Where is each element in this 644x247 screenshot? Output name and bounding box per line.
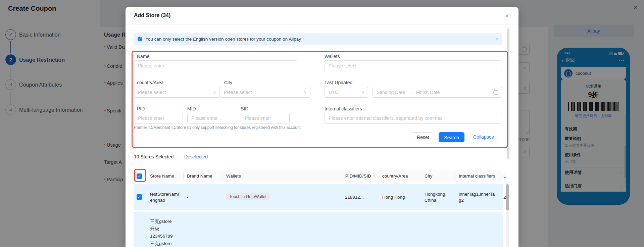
pid-helper-text: Partner ID/Merchant ID/Store ID only sup… bbox=[134, 125, 301, 130]
col-country-area: country/Area bbox=[382, 170, 408, 182]
cell-internal: innerTag1,innerTag2 bbox=[459, 191, 496, 203]
chevron-down-icon: ∨ bbox=[213, 90, 216, 94]
timezone-select[interactable]: UTC ∨ bbox=[325, 87, 368, 98]
col-internal-classifiers: Internal classifiers bbox=[459, 170, 495, 182]
chevron-down-icon: ∨ bbox=[361, 90, 364, 94]
column-separator bbox=[183, 173, 184, 179]
collapse-link[interactable]: Collapse∧ bbox=[473, 134, 495, 140]
pid-input[interactable] bbox=[134, 113, 183, 124]
column-separator bbox=[222, 173, 223, 179]
sid-label: SID bbox=[241, 106, 248, 111]
modal-scrollbar-thumb[interactable] bbox=[507, 29, 509, 159]
column-separator bbox=[421, 173, 421, 179]
wallet-tag: Touch 'n Go eWallet bbox=[226, 193, 269, 200]
table-row[interactable]: ✓ testStoreNamFenghao - Touch 'n Go eWal… bbox=[134, 184, 503, 210]
cell-country: Hong Kong bbox=[382, 194, 405, 200]
last-updated-label: Last Updated bbox=[325, 80, 352, 85]
date-end-placeholder: Finish Date bbox=[416, 90, 440, 95]
cell-store-name: testStoreNamFenghao bbox=[150, 191, 182, 203]
col-store-name: Store Name bbox=[150, 170, 174, 182]
city-select[interactable]: Please select ∨ bbox=[220, 87, 310, 98]
arrow-right-icon: → bbox=[408, 90, 413, 95]
name-label: Name bbox=[137, 54, 149, 59]
stage: Create Coupon ✓ Basic Information 2 Usag… bbox=[0, 0, 644, 247]
row-checkbox[interactable]: ✓ bbox=[137, 194, 142, 200]
cell-pid: 218812... bbox=[322, 194, 371, 200]
pid-label: PID bbox=[137, 106, 145, 111]
column-separator bbox=[147, 173, 147, 179]
add-store-modal: Add Store (34) × i You can only select t… bbox=[126, 7, 518, 247]
table-row[interactable]: 三克gstore 升级 123456789 三克gstore bbox=[134, 212, 503, 247]
country-select[interactable]: Please select ∨ bbox=[134, 87, 220, 98]
col-brand-name: Brand Name bbox=[187, 170, 212, 182]
country-label: country/Area bbox=[137, 80, 163, 85]
select-all-checkbox[interactable]: ✓ bbox=[137, 174, 142, 179]
selected-count: 10 Stores Selected bbox=[134, 154, 174, 159]
mid-input[interactable] bbox=[187, 113, 236, 124]
selection-summary: 10 Stores Selected | Deselected bbox=[134, 154, 208, 159]
close-icon[interactable]: × bbox=[503, 12, 511, 20]
sid-input[interactable] bbox=[241, 113, 290, 124]
search-button[interactable]: Search bbox=[439, 132, 464, 142]
chevron-down-icon: ∨ bbox=[304, 90, 307, 94]
table-scrollbar-thumb[interactable] bbox=[506, 184, 509, 210]
calendar-icon bbox=[493, 90, 498, 95]
alert-text: You can only select the English version … bbox=[145, 37, 492, 42]
divider: | bbox=[178, 154, 180, 159]
collapse-caret-icon: ∧ bbox=[491, 134, 495, 140]
wallets-label: Wallets bbox=[325, 54, 340, 59]
internal-classifiers-label: Internal classifiers bbox=[325, 106, 362, 111]
col-pid-mid-sid: PID/MID/SID bbox=[322, 170, 371, 182]
col-last-updated: L bbox=[503, 170, 508, 182]
column-separator bbox=[500, 173, 500, 179]
column-separator bbox=[455, 173, 455, 179]
table-header: ✓ Store Name Brand Name Wallets PID/MID/… bbox=[134, 170, 503, 182]
wallets-select[interactable] bbox=[325, 60, 502, 71]
col-wallets: Wallets bbox=[226, 170, 241, 182]
column-separator bbox=[375, 173, 375, 179]
cell-store-name: 三克gstore 升级 123456789 三克gstore bbox=[150, 218, 187, 247]
info-alert: i You can only select the English versio… bbox=[134, 33, 502, 45]
info-icon: i bbox=[138, 37, 142, 41]
mid-label: MID bbox=[187, 106, 196, 111]
alert-close-icon[interactable]: × bbox=[495, 36, 498, 42]
deselect-link[interactable]: Deselected bbox=[184, 154, 208, 159]
modal-header: Add Store (34) × bbox=[126, 7, 518, 24]
reset-button[interactable]: Reset bbox=[412, 132, 434, 142]
modal-title: Add Store (34) bbox=[134, 12, 170, 18]
date-range-picker[interactable]: Sending Date → Finish Date bbox=[373, 87, 502, 98]
cell-city: Hongkong,China bbox=[425, 191, 447, 203]
cell-brand-name: - bbox=[187, 194, 189, 200]
col-city: City bbox=[425, 170, 432, 182]
date-start-placeholder: Sending Date bbox=[377, 90, 405, 95]
internal-classifiers-input[interactable] bbox=[325, 113, 502, 124]
name-input[interactable] bbox=[134, 60, 297, 71]
city-label: City bbox=[224, 80, 232, 85]
